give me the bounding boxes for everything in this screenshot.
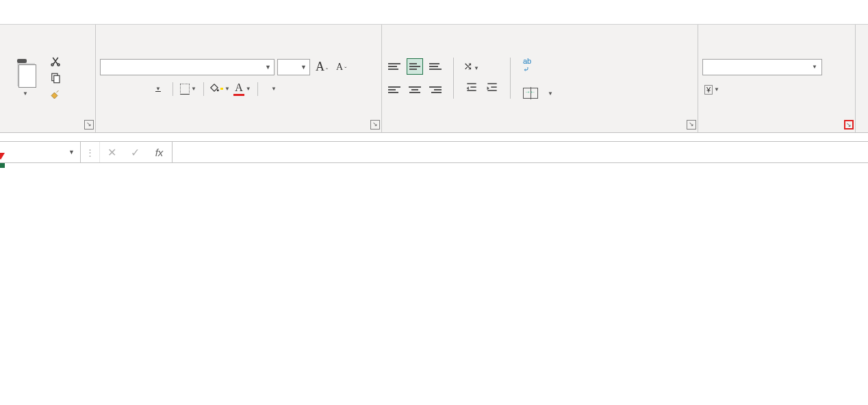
group-label (386, 127, 693, 131)
copy-icon[interactable] (49, 72, 62, 84)
cancel-icon[interactable]: ✕ (100, 146, 123, 159)
increase-font-icon[interactable]: Aˆ (313, 60, 331, 74)
chevron-down-icon: ▼ (68, 149, 75, 156)
orientation-button[interactable]: ⤭▼ (463, 60, 479, 73)
percent-button[interactable] (728, 82, 748, 97)
merge-center-button[interactable]: ▼ (520, 86, 556, 100)
group-alignment: ⤭▼ ab⤶ ▼ ↘ (382, 25, 698, 132)
chevron-down-icon: ▼ (812, 64, 817, 70)
cut-icon[interactable] (49, 56, 62, 68)
font-color-icon: A (233, 82, 244, 96)
comma-style-button[interactable] (754, 82, 774, 97)
group-label (702, 127, 851, 131)
decrease-decimal-button[interactable] (806, 82, 826, 97)
group-number: ▼ ¥▼ ↘ (698, 25, 856, 132)
increase-indent-button[interactable] (484, 79, 500, 96)
border-icon (180, 84, 190, 95)
ribbon: ▼ ↘ ▼ ▼ Aˆ Aˇ (0, 25, 868, 133)
decrease-indent-button[interactable] (463, 79, 480, 96)
wrap-text-icon: ab⤶ (523, 57, 531, 74)
underline-button[interactable]: ▼ (149, 81, 166, 97)
group-clipboard: ▼ ↘ (0, 25, 96, 132)
group-label (4, 127, 91, 131)
format-painter-icon[interactable] (49, 88, 62, 101)
align-left-button[interactable] (386, 82, 403, 98)
dialog-launcher-icon[interactable]: ↘ (84, 120, 94, 130)
dialog-launcher-icon[interactable]: ↘ (687, 120, 696, 130)
svg-point-2 (217, 89, 219, 91)
chevron-down-icon: ▼ (301, 64, 307, 71)
font-size-combo[interactable]: ▼ (277, 59, 310, 75)
bucket-icon (208, 82, 220, 96)
align-center-button[interactable] (407, 82, 423, 98)
group-label (100, 127, 377, 131)
font-color-button[interactable]: A▼ (234, 81, 251, 97)
menubar (0, 0, 868, 25)
formula-bar: ▼ ⋮ ✕ ✓ fx (0, 141, 868, 163)
fx-icon[interactable]: fx (146, 142, 173, 162)
fill-color-button[interactable]: ▼ (211, 81, 227, 97)
font-name-combo[interactable]: ▼ (100, 59, 275, 75)
align-middle-button[interactable] (407, 58, 423, 75)
fill-handle[interactable] (0, 163, 5, 168)
chevron-down-icon: ▼ (265, 64, 271, 71)
chevron-down-icon: ▼ (23, 90, 28, 97)
currency-icon: ¥ (704, 85, 713, 95)
dialog-launcher-icon[interactable]: ↘ (370, 120, 380, 130)
align-bottom-button[interactable] (427, 58, 444, 75)
group-font: ▼ ▼ Aˆ Aˇ ▼ ▼ ▼ A▼ ▼ (96, 25, 382, 132)
enter-icon[interactable]: ✓ (123, 146, 146, 159)
borders-button[interactable]: ▼ (180, 81, 196, 97)
italic-button[interactable] (126, 81, 142, 97)
divider: ⋮ (81, 142, 100, 162)
wrap-text-button[interactable]: ab⤶ (520, 56, 556, 75)
svg-rect-1 (54, 75, 60, 83)
number-format-combo[interactable]: ▼ (702, 59, 822, 75)
bold-button[interactable] (103, 81, 119, 97)
paste-button[interactable]: ▼ (4, 59, 45, 97)
align-right-button[interactable] (427, 82, 444, 98)
merge-icon (523, 88, 538, 99)
name-box[interactable]: ▼ (0, 142, 81, 162)
accounting-format-button[interactable]: ¥▼ (702, 82, 722, 97)
align-top-button[interactable] (386, 58, 403, 75)
clipboard-icon (13, 59, 36, 88)
decrease-font-icon[interactable]: Aˇ (333, 62, 349, 73)
phonetic-button[interactable]: ▼ (265, 81, 281, 97)
dialog-launcher-icon[interactable]: ↘ (844, 120, 854, 130)
increase-decimal-button[interactable] (780, 82, 800, 97)
chevron-down-icon: ▼ (548, 90, 553, 97)
